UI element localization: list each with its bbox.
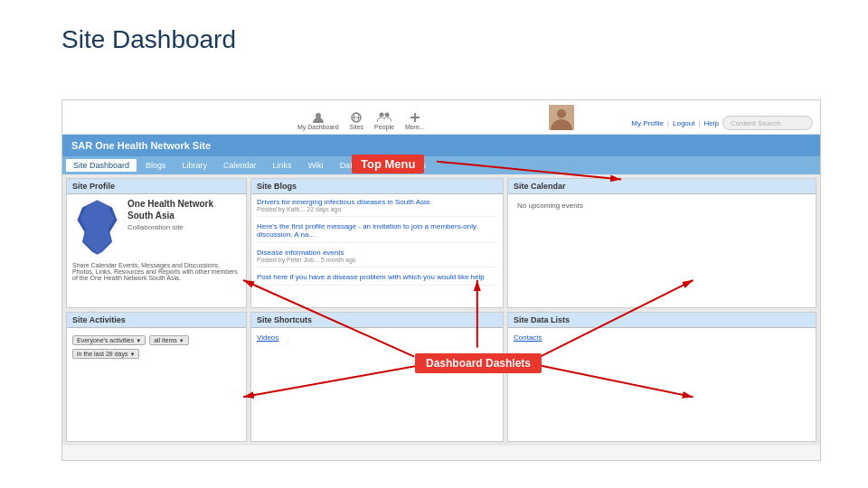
screenshot-container: My Dashboard Sites People More... My Pro…: [61, 99, 821, 461]
sitenav-blogs[interactable]: Blogs: [138, 159, 174, 172]
blog-meta-0: Posted by Kath... 22 days ago: [257, 206, 497, 212]
my-profile-link[interactable]: My Profile: [631, 119, 664, 127]
search-placeholder: Content Search: [731, 119, 781, 127]
site-profile-dashlet: Site Profile One Health Network South As…: [66, 178, 247, 308]
site-title: SAR One Health Network Site: [71, 140, 211, 151]
sitenav-calendar[interactable]: Calendar: [216, 159, 264, 172]
site-shortcuts-header: Site Shortcuts: [251, 313, 503, 328]
user-avatar: [549, 105, 574, 130]
site-activities-dashlet: Site Activities Everyone's activities al…: [66, 312, 247, 442]
gnav-icons: My Dashboard Sites People More...: [297, 111, 425, 130]
middle-column: Site Blogs Drivers for emerging infectio…: [250, 178, 504, 442]
svg-point-9: [557, 109, 566, 118]
activities-filter2[interactable]: all items: [149, 335, 189, 345]
india-map-icon: [72, 198, 122, 257]
site-datalists-header: Site Data Lists: [508, 313, 816, 328]
site-blogs-dashlet: Site Blogs Drivers for emerging infectio…: [250, 178, 504, 308]
blog-entry-2: Disease information events Posted by Pet…: [257, 249, 497, 267]
activities-filter1[interactable]: Everyone's activities: [72, 335, 146, 345]
blog-meta-2: Posted by Peter Job... 5 month ago: [257, 257, 497, 263]
dashboard-dashlets-label: Dashboard Dashlets: [415, 353, 542, 373]
shortcut-videos[interactable]: Videos: [257, 333, 497, 342]
global-nav: My Dashboard Sites People More... My Pro…: [62, 100, 820, 135]
sitenav-library[interactable]: Library: [175, 159, 215, 172]
sitenav-dashboard[interactable]: Site Dashboard: [66, 159, 137, 172]
datalist-contacts[interactable]: Contacts: [514, 333, 810, 342]
nav-dashboard-label: My Dashboard: [297, 124, 339, 130]
site-calendar-header: Site Calendar: [508, 179, 816, 194]
site-datalists-body: Contacts: [508, 328, 816, 347]
blog-entry-0: Drivers for emerging infectious diseases…: [257, 198, 497, 217]
nav-more-label: More...: [405, 124, 425, 130]
blog-title-1[interactable]: Here's the first profile message - an in…: [257, 222, 497, 239]
site-blogs-header: Site Blogs: [251, 179, 503, 194]
site-calendar-dashlet: Site Calendar No upcoming events: [507, 178, 816, 308]
site-shortcuts-body: Videos: [251, 328, 503, 347]
left-column: Site Profile One Health Network South As…: [66, 178, 247, 442]
site-datalists-dashlet: Site Data Lists Contacts: [507, 312, 816, 442]
blog-entry-3: Post here if you have a disease problem …: [257, 273, 497, 286]
nav-people-label: People: [374, 124, 394, 130]
blog-entry-1: Here's the first profile message - an in…: [257, 222, 497, 243]
sitenav-links[interactable]: Links: [266, 159, 299, 172]
site-blogs-body: Drivers for emerging infectious diseases…: [251, 194, 503, 295]
top-menu-label: Top Menu: [352, 155, 424, 174]
site-profile-header: Site Profile: [67, 179, 246, 194]
nav-more[interactable]: More...: [405, 111, 425, 130]
site-description: Share Calendar Events, Messages and Disc…: [72, 262, 241, 281]
search-input[interactable]: Content Search: [722, 116, 813, 130]
main-content: Site Profile One Health Network South As…: [62, 174, 820, 446]
svg-point-4: [379, 113, 383, 117]
sitenav-wiki[interactable]: Wiki: [301, 159, 331, 172]
site-header: SAR One Health Network Site: [62, 135, 820, 156]
right-column: Site Calendar No upcoming events Site Da…: [507, 178, 816, 442]
logout-link[interactable]: Logout: [673, 119, 694, 127]
site-activities-header: Site Activities: [67, 313, 246, 328]
site-profile-body: One Health Network South Asia Collaborat…: [67, 194, 246, 285]
nav-sites-label: Sites: [350, 124, 364, 130]
site-nav: Site Dashboard Blogs Library Calendar Li…: [62, 156, 820, 174]
activities-filters: Everyone's activities all items: [72, 335, 241, 345]
activities-filter3[interactable]: in the last 28 days: [72, 349, 139, 359]
nav-dashboard[interactable]: My Dashboard: [297, 111, 339, 130]
blog-title-0[interactable]: Drivers for emerging infectious diseases…: [257, 198, 497, 206]
gnav-right: My Profile | Logout | Help Content Searc…: [631, 116, 813, 130]
blog-title-3[interactable]: Post here if you have a disease problem …: [257, 273, 497, 281]
help-link[interactable]: Help: [704, 119, 719, 127]
svg-point-5: [384, 113, 389, 117]
no-events-text: No upcoming events: [514, 198, 810, 213]
blog-title-2[interactable]: Disease information events: [257, 249, 497, 257]
site-activities-body: Everyone's activities all items in the l…: [67, 328, 246, 362]
nav-people[interactable]: People: [374, 111, 394, 130]
activities-filter-row2: in the last 28 days: [72, 349, 241, 359]
site-shortcuts-dashlet: Site Shortcuts Videos: [250, 312, 504, 442]
page-title: Site Dashboard: [61, 25, 236, 54]
nav-sites[interactable]: Sites: [350, 111, 364, 130]
site-calendar-body: No upcoming events: [508, 194, 816, 217]
